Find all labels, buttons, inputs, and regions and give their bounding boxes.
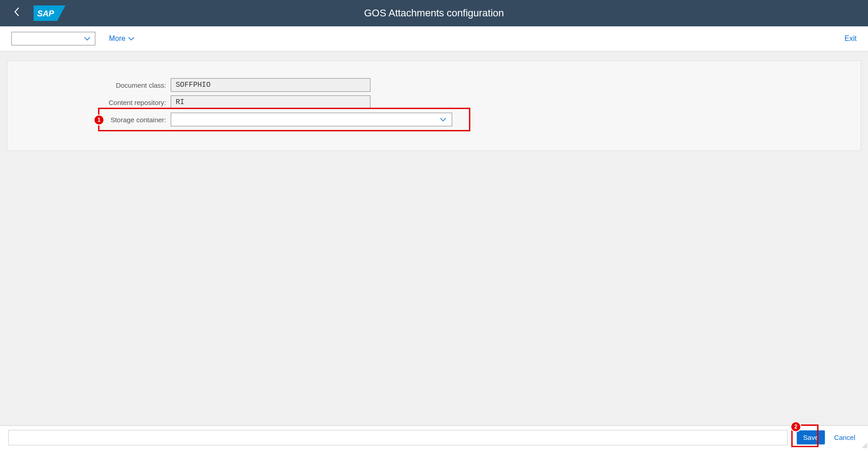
cancel-button[interactable]: Cancel xyxy=(829,430,860,444)
annotation-badge-1: 1 xyxy=(94,115,104,125)
form-row-content-repository: Content repository: xyxy=(16,95,852,109)
resize-handle-icon xyxy=(862,443,867,448)
save-button[interactable]: Save xyxy=(797,430,825,444)
form-row-storage-container: 1 Storage container: xyxy=(16,113,852,126)
form-panel: Document class: Content repository: 1 St… xyxy=(7,60,861,151)
footer-actions: 2 Save Cancel xyxy=(792,430,860,444)
app-header: SAP GOS Attachments configuration xyxy=(0,0,868,26)
chevron-down-icon xyxy=(440,118,446,121)
status-bar xyxy=(8,430,788,445)
footer-bar: 2 Save Cancel xyxy=(0,425,868,449)
page-title: GOS Attachments configuration xyxy=(364,7,504,19)
chevron-down-icon xyxy=(84,37,90,40)
content-repository-field[interactable] xyxy=(171,95,370,109)
annotation-badge-2: 2 xyxy=(790,421,801,432)
content-area: Document class: Content repository: 1 St… xyxy=(0,51,868,160)
svg-line-4 xyxy=(866,447,867,448)
sap-logo: SAP xyxy=(34,6,65,20)
chevron-left-icon xyxy=(14,7,20,17)
form-row-document-class: Document class: xyxy=(16,78,852,92)
more-label: More xyxy=(109,35,125,43)
toolbar: More Exit xyxy=(0,26,868,51)
storage-container-dropdown[interactable] xyxy=(171,113,452,126)
document-class-label: Document class: xyxy=(16,81,171,89)
exit-button[interactable]: Exit xyxy=(844,35,857,43)
back-button[interactable] xyxy=(9,7,25,20)
svg-text:SAP: SAP xyxy=(37,9,54,18)
toolbar-dropdown[interactable] xyxy=(11,32,95,45)
content-repository-label: Content repository: xyxy=(16,99,171,106)
more-button[interactable]: More xyxy=(109,35,134,43)
chevron-down-icon xyxy=(128,37,134,40)
document-class-field[interactable] xyxy=(171,78,370,92)
